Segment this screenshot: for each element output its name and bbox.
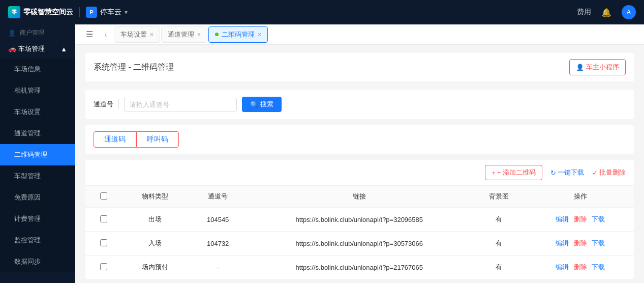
row-channel: - bbox=[188, 256, 248, 279]
edit-button[interactable]: 编辑 bbox=[556, 239, 569, 248]
download-button[interactable]: 下载 bbox=[592, 239, 605, 248]
row-select-checkbox[interactable] bbox=[100, 239, 107, 246]
sidebar-item-cartype[interactable]: 车型管理 bbox=[0, 165, 75, 187]
col-channel: 通道号 bbox=[188, 186, 248, 208]
mini-program-label: 车主小程序 bbox=[586, 63, 619, 72]
tab-label: 二维码管理 bbox=[222, 30, 255, 39]
main-layout: 👤 商户管理 🚗 车场管理 ▲ 车场信息 相机管理 车场设置 通道管理 bbox=[0, 24, 644, 283]
tab-close-icon[interactable]: × bbox=[150, 31, 154, 38]
sidebar-item-parkset[interactable]: 车场设置 bbox=[0, 101, 75, 123]
sidebar-item-channel[interactable]: 通道管理 bbox=[0, 123, 75, 144]
checkbox-header bbox=[85, 186, 122, 208]
tab-qrcode[interactable]: 二维码管理 × bbox=[208, 26, 268, 43]
car-icon: 🚗 bbox=[8, 45, 16, 52]
sidebar-item-label: 车场信息 bbox=[14, 65, 41, 74]
search-input-wrap bbox=[124, 98, 237, 111]
merchant-label: 商户管理 bbox=[20, 29, 44, 37]
tab-parkset[interactable]: 车场设置 × bbox=[114, 26, 160, 43]
col-actions: 操作 bbox=[527, 186, 634, 208]
tab-close-icon[interactable]: × bbox=[197, 31, 201, 38]
row-type: 出场 bbox=[122, 208, 189, 232]
mini-program-button[interactable]: 👤 车主小程序 bbox=[569, 59, 626, 75]
chevron-down-icon[interactable]: ▾ bbox=[125, 9, 128, 16]
download-btn-label: 一键下载 bbox=[558, 168, 584, 177]
sidebar-sub: 车场信息 相机管理 车场设置 通道管理 二维码管理 车型管理 免费原因 计费管理 bbox=[0, 59, 75, 272]
tab-btn-label: 呼叫码 bbox=[147, 135, 168, 143]
parking-icon: P bbox=[86, 7, 97, 18]
batch-delete-button[interactable]: ✓ 批量删除 bbox=[592, 168, 626, 177]
row-actions: 编辑 删除 下载 bbox=[527, 232, 634, 256]
sidebar-item-label: 数据同步 bbox=[14, 257, 41, 266]
table-row: 出场 104545 https://s.bolink.club/unionapi… bbox=[85, 208, 634, 232]
tab-close-icon[interactable]: × bbox=[258, 31, 261, 38]
row-actions: 编辑 删除 下载 bbox=[527, 256, 634, 279]
tab-label: 车场设置 bbox=[120, 30, 147, 39]
back-icon[interactable]: ‹ bbox=[99, 27, 113, 42]
download-icon: ↻ bbox=[550, 169, 556, 177]
sidebar-item-label: 相机管理 bbox=[14, 86, 41, 95]
brand: 零 零碳智慧空间云 bbox=[8, 6, 73, 18]
page-title: 系统管理 - 二维码管理 bbox=[94, 62, 174, 73]
tab-channel[interactable]: 通道管理 × bbox=[161, 26, 207, 43]
row-bg: 有 bbox=[471, 232, 527, 256]
table-container: + + 添加二维码 ↻ 一键下载 ✓ 批量删除 bbox=[85, 160, 634, 279]
sidebar: 👤 商户管理 🚗 车场管理 ▲ 车场信息 相机管理 车场设置 通道管理 bbox=[0, 24, 75, 283]
download-button[interactable]: 下载 bbox=[592, 263, 605, 272]
row-type: 场内预付 bbox=[122, 256, 189, 279]
sidebar-item-monitor[interactable]: 监控管理 bbox=[0, 230, 75, 251]
row-checkbox bbox=[85, 256, 122, 279]
page-header: 系统管理 - 二维码管理 👤 车主小程序 bbox=[85, 53, 634, 81]
parking-mgmt-label: 车场管理 bbox=[18, 45, 45, 52]
bell-icon[interactable]: 🔔 bbox=[601, 8, 611, 17]
add-icon: + bbox=[492, 169, 496, 177]
check-icon: ✓ bbox=[592, 169, 598, 177]
row-bg: 有 bbox=[471, 208, 527, 232]
page-content: 系统管理 - 二维码管理 👤 车主小程序 通道号 🔍 搜索 bbox=[75, 45, 644, 283]
parking-logo[interactable]: P 停车云 ▾ bbox=[86, 7, 128, 18]
edit-button[interactable]: 编辑 bbox=[556, 215, 569, 224]
download-all-button[interactable]: ↻ 一键下载 bbox=[550, 168, 584, 177]
row-select-checkbox[interactable] bbox=[100, 263, 107, 270]
sidebar-item-parkinfo[interactable]: 车场信息 bbox=[0, 59, 75, 80]
sidebar-item-billing[interactable]: 计费管理 bbox=[0, 208, 75, 230]
sidebar-item-freeason[interactable]: 免费原因 bbox=[0, 187, 75, 208]
search-icon: 🔍 bbox=[250, 101, 258, 108]
edit-button[interactable]: 编辑 bbox=[556, 263, 569, 272]
top-nav-left: 零 零碳智慧空间云 P 停车云 ▾ bbox=[8, 6, 128, 18]
person-icon: 👤 bbox=[8, 30, 16, 37]
table-row: 场内预付 - https://s.bolink.club/unionapi/t?… bbox=[85, 256, 634, 279]
tab-btn-call[interactable]: 呼叫码 bbox=[136, 131, 179, 148]
sidebar-item-label: 二维码管理 bbox=[14, 150, 47, 159]
sidebar-item-datasync[interactable]: 数据同步 bbox=[0, 251, 75, 272]
select-all-checkbox[interactable] bbox=[100, 192, 107, 200]
sidebar-item-camera[interactable]: 相机管理 bbox=[0, 80, 75, 101]
row-channel: 104545 bbox=[188, 208, 248, 232]
delete-button[interactable]: 删除 bbox=[574, 263, 587, 272]
tab-btn-channel[interactable]: 通道码 bbox=[94, 131, 136, 148]
table-toolbar: + + 添加二维码 ↻ 一键下载 ✓ 批量删除 bbox=[85, 160, 634, 186]
row-link: https://s.bolink.club/unionapi/t?p=30573… bbox=[248, 232, 471, 256]
row-select-checkbox[interactable] bbox=[100, 215, 107, 222]
sidebar-item-qrcode[interactable]: 二维码管理 bbox=[0, 144, 75, 165]
parking-mgmt-header[interactable]: 🚗 车场管理 ▲ bbox=[0, 39, 75, 59]
col-bg: 背景图 bbox=[471, 186, 527, 208]
tabs-bar: ☰ ‹ 车场设置 × 通道管理 × 二维码管理 × bbox=[75, 24, 644, 45]
search-button[interactable]: 🔍 搜索 bbox=[242, 97, 282, 112]
top-nav: 零 零碳智慧空间云 P 停车云 ▾ 费用 🔔 A bbox=[0, 0, 644, 24]
search-divider bbox=[118, 99, 119, 109]
search-btn-label: 搜索 bbox=[260, 100, 273, 109]
search-label: 通道号 bbox=[94, 100, 113, 109]
tab-btn-label: 通道码 bbox=[104, 135, 126, 143]
avatar[interactable]: A bbox=[622, 5, 636, 19]
search-input[interactable] bbox=[130, 101, 231, 108]
tab-buttons: 通道码 呼叫码 bbox=[85, 125, 634, 154]
delete-button[interactable]: 删除 bbox=[574, 215, 587, 224]
delete-button[interactable]: 删除 bbox=[574, 239, 587, 248]
download-button[interactable]: 下载 bbox=[592, 215, 605, 224]
row-channel: 104732 bbox=[188, 232, 248, 256]
row-bg: 有 bbox=[471, 256, 527, 279]
menu-toggle-icon[interactable]: ☰ bbox=[81, 26, 98, 43]
row-type: 入场 bbox=[122, 232, 189, 256]
fee-label[interactable]: 费用 bbox=[577, 8, 591, 17]
add-qrcode-button[interactable]: + + 添加二维码 bbox=[485, 165, 542, 180]
